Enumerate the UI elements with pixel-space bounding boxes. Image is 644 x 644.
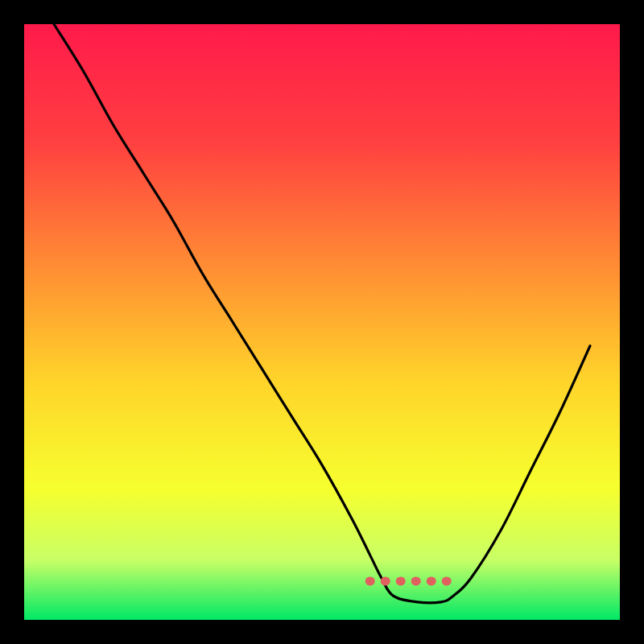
plot-background bbox=[24, 24, 620, 620]
chart-svg bbox=[0, 0, 644, 644]
